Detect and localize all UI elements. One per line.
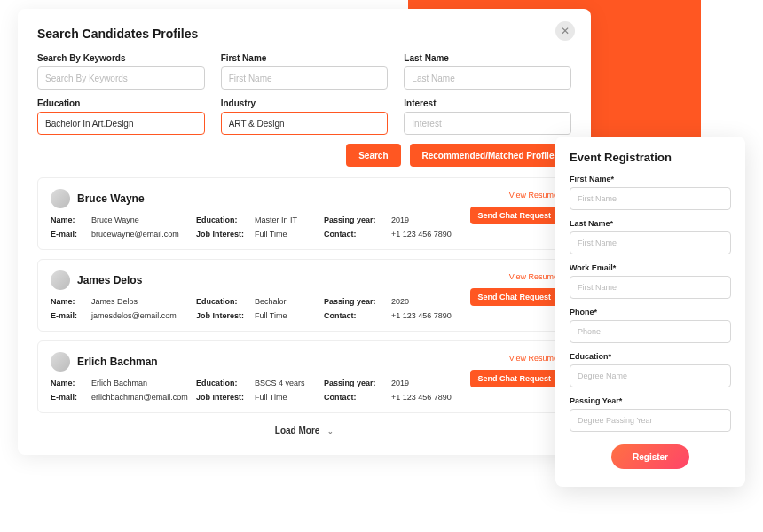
industry-input[interactable] (221, 112, 389, 135)
reg-first-name-label: First Name* (570, 175, 731, 184)
first-name-input[interactable] (221, 66, 389, 90)
candidate-list: Bruce WayneName:Bruce WayneEducation:Mas… (37, 177, 571, 413)
close-button[interactable]: ✕ (555, 21, 575, 41)
load-more-button[interactable]: Load More ⌄ (37, 422, 571, 439)
avatar (51, 352, 70, 372)
send-chat-button[interactable]: Send Chat Request (470, 288, 558, 306)
reg-work-email-label: Work Email* (570, 263, 731, 272)
reg-work-email-input[interactable] (570, 276, 731, 299)
reg-passing-year-input[interactable] (570, 409, 731, 432)
reg-education-label: Education* (570, 352, 731, 361)
search-candidates-panel: Search Candidates Profiles ✕ Search By K… (18, 9, 591, 455)
avatar (51, 189, 70, 208)
last-name-label: Last Name (404, 53, 571, 63)
education-input[interactable] (37, 112, 205, 135)
candidate-name: James Delos (77, 274, 142, 286)
interest-label: Interest (404, 98, 571, 108)
search-panel-title: Search Candidates Profiles (37, 27, 571, 41)
reg-phone-input[interactable] (570, 320, 731, 343)
keywords-label: Search By Keywords (37, 53, 205, 63)
reg-last-name-input[interactable] (570, 231, 731, 254)
send-chat-button[interactable]: Send Chat Request (470, 207, 558, 224)
first-name-label: First Name (221, 53, 389, 63)
candidate-card: James DelosName:James DelosEducation:Bec… (37, 259, 571, 332)
load-more-label: Load More (275, 426, 320, 435)
keywords-input[interactable] (37, 66, 205, 90)
register-button[interactable]: Register (611, 444, 689, 469)
reg-last-name-label: Last Name* (570, 219, 731, 228)
avatar (51, 270, 70, 290)
last-name-input[interactable] (404, 66, 571, 90)
view-resume-link[interactable]: View Resume (509, 272, 558, 281)
view-resume-link[interactable]: View Resume (509, 354, 558, 363)
education-label: Education (37, 98, 205, 108)
close-icon: ✕ (561, 25, 570, 37)
chevron-down-icon: ⌄ (327, 427, 334, 435)
event-registration-panel: Event Registration First Name* Last Name… (555, 137, 745, 487)
reg-phone-label: Phone* (570, 308, 731, 317)
reg-education-input[interactable] (570, 364, 731, 387)
registration-title: Event Registration (570, 151, 731, 164)
reg-first-name-input[interactable] (570, 187, 731, 210)
recommended-button[interactable]: Recommended/Matched Profiles (410, 144, 571, 167)
send-chat-button[interactable]: Send Chat Request (470, 370, 558, 387)
candidate-card: Erlich BachmanName:Erlich BachmanEducati… (37, 340, 571, 413)
candidate-name: Erlich Bachman (77, 356, 158, 368)
interest-input[interactable] (404, 112, 571, 135)
reg-passing-year-label: Passing Year* (570, 396, 731, 405)
candidate-name: Bruce Wayne (77, 192, 145, 205)
view-resume-link[interactable]: View Resume (509, 191, 558, 200)
candidate-card: Bruce WayneName:Bruce WayneEducation:Mas… (37, 177, 571, 250)
search-button[interactable]: Search (346, 144, 400, 167)
industry-label: Industry (221, 98, 389, 108)
